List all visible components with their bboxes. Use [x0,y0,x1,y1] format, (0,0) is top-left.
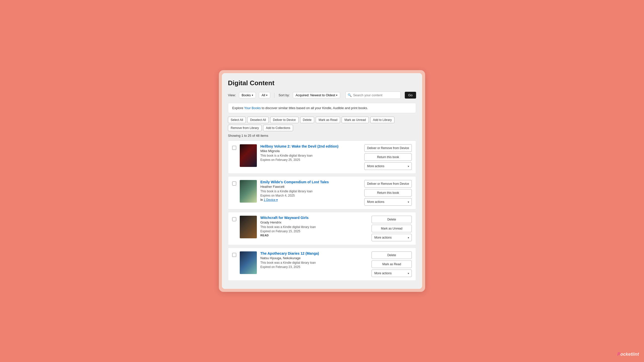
action-btn-add-to-library[interactable]: Add to Library [370,117,395,123]
outer-wrapper: Digital Content View: Books ▾ All ▾ Sort… [219,70,425,292]
explore-text-after: to discover similar titles based on all … [261,106,368,110]
chevron-down-icon: ▾ [408,201,409,203]
search-area: 🔍 [345,92,401,99]
book-more-btn-3[interactable]: More actions▾ [372,234,412,241]
book-loan-status-3: This book was a Kindle digital library l… [260,225,368,229]
pocketlint-watermark: Pocketlint [617,352,639,357]
view-filter-dropdown[interactable]: All ▾ [259,92,270,98]
book-primary-btn-4[interactable]: Delete [372,251,412,259]
pocketlint-rest: ocketlint [620,352,639,357]
book-read-badge-3: READ [260,234,368,237]
book-info-3: Witchcraft for Wayward GirlsGrady Hendri… [260,216,368,237]
book-checkbox-3[interactable] [232,217,236,221]
book-item-2: Emily Wilde's Compendium of Lost TalesHe… [228,176,416,209]
book-more-btn-2[interactable]: More actions▾ [364,198,412,206]
action-bar: Select AllDeselect AllDeliver to DeviceD… [228,117,416,131]
book-loan-status-2: This book is a Kindle digital library lo… [260,190,361,193]
action-btn-deselect-all[interactable]: Deselect All [247,117,269,123]
book-more-btn-4[interactable]: More actions▾ [372,269,412,277]
search-icon: 🔍 [348,93,352,97]
book-author-2: Heather Fawcett [260,185,361,189]
book-title-1[interactable]: Hellboy Volume 2: Wake the Devil (2nd ed… [260,144,361,148]
action-btn-mark-as-unread[interactable]: Mark as Unread [342,117,369,123]
your-books-link[interactable]: Your Books [244,106,261,110]
book-cover-4 [240,251,257,274]
chevron-down-icon: ▾ [408,272,409,275]
book-item-1: Hellboy Volume 2: Wake the Devil (2nd ed… [228,141,416,174]
sort-label: Sort by: [278,93,290,97]
go-button[interactable]: Go [405,92,416,99]
book-expires-2: Expires on March 4, 2025 [260,194,361,197]
book-title-3[interactable]: Witchcraft for Wayward Girls [260,216,368,220]
pocketlint-p: P [617,352,620,357]
book-checkbox-4[interactable] [232,253,236,257]
book-loan-status-1: This book is a Kindle digital library lo… [260,154,361,157]
main-container: Digital Content View: Books ▾ All ▾ Sort… [222,73,422,289]
view-sort-area: View: Books ▾ All ▾ Sort by: Acquired: N… [228,92,341,98]
book-primary-btn-1[interactable]: Deliver or Remove from Device [364,144,412,152]
explore-banner: Explore Your Books to discover similar t… [228,103,416,113]
book-author-4: Natsu Hyuuga, Nekokurage [260,256,368,260]
action-btn-mark-as-read[interactable]: Mark as Read [316,117,340,123]
action-btn-add-to-collections[interactable]: Add to Collections [263,125,293,131]
book-actions-4: DeleteMark as ReadMore actions▾ [372,251,412,277]
divider [274,93,274,98]
book-expires-4: Expired on February 23, 2025 [260,265,368,269]
book-item-4: The Apothecary Diaries 12 (Manga)Natsu H… [228,248,416,281]
book-secondary-btn-3[interactable]: Mark as Unread [372,225,412,232]
book-secondary-btn-4[interactable]: Mark as Read [372,260,412,268]
chevron-down-icon: ▾ [252,94,253,97]
showing-text: Showing 1 to 25 of 48 items [228,134,416,138]
more-label: More actions [374,272,392,275]
book-loan-status-4: This book was a Kindle digital library l… [260,261,368,264]
action-btn-deliver-to-device[interactable]: Deliver to Device [270,117,299,123]
search-input[interactable] [353,92,398,99]
book-list: Hellboy Volume 2: Wake the Devil (2nd ed… [228,141,416,283]
book-info-4: The Apothecary Diaries 12 (Manga)Natsu H… [260,251,368,269]
view-label: View: [228,93,236,97]
book-primary-btn-3[interactable]: Delete [372,216,412,223]
chevron-down-icon: ▾ [336,94,337,97]
sort-dropdown[interactable]: Acquired: Newest to Oldest ▾ [293,92,340,98]
book-secondary-btn-2[interactable]: Return this book [364,189,412,197]
book-checkbox-1[interactable] [232,146,236,150]
toolbar: View: Books ▾ All ▾ Sort by: Acquired: N… [228,92,416,99]
more-label: More actions [367,164,384,168]
more-label: More actions [374,236,392,239]
book-primary-btn-2[interactable]: Deliver or Remove from Device [364,180,412,188]
more-label: More actions [367,200,384,204]
book-device-2[interactable]: In 1 Device ▾ [260,198,361,202]
book-title-4[interactable]: The Apothecary Diaries 12 (Manga) [260,251,368,255]
book-cover-2 [240,180,257,203]
book-actions-1: Deliver or Remove from DeviceReturn this… [364,144,412,170]
book-checkbox-2[interactable] [232,182,236,186]
book-cover-3 [240,216,257,238]
book-author-1: Mike Mignola [260,149,361,153]
page-title: Digital Content [228,79,416,87]
chevron-down-icon: ▾ [266,94,267,97]
book-item-3: Witchcraft for Wayward GirlsGrady Hendri… [228,212,416,245]
explore-text-before: Explore [232,106,244,110]
book-secondary-btn-1[interactable]: Return this book [364,153,412,161]
action-btn-select-all[interactable]: Select All [228,117,246,123]
chevron-down-icon: ▾ [408,165,409,168]
chevron-down-icon: ▾ [408,236,409,239]
book-expires-3: Expired on February 15, 2025 [260,230,368,233]
book-actions-2: Deliver or Remove from DeviceReturn this… [364,180,412,206]
action-btn-remove-from-library[interactable]: Remove from Library [228,125,262,131]
book-title-2[interactable]: Emily Wilde's Compendium of Lost Tales [260,180,361,184]
book-expires-1: Expires on February 25, 2025 [260,158,361,162]
book-info-1: Hellboy Volume 2: Wake the Devil (2nd ed… [260,144,361,162]
book-author-3: Grady Hendrix [260,220,368,224]
view-books-dropdown[interactable]: Books ▾ [239,92,256,98]
action-btn-delete[interactable]: Delete [300,117,314,123]
book-actions-3: DeleteMark as UnreadMore actions▾ [372,216,412,241]
book-cover-1 [240,144,257,167]
book-info-2: Emily Wilde's Compendium of Lost TalesHe… [260,180,361,202]
book-more-btn-1[interactable]: More actions▾ [364,162,412,170]
